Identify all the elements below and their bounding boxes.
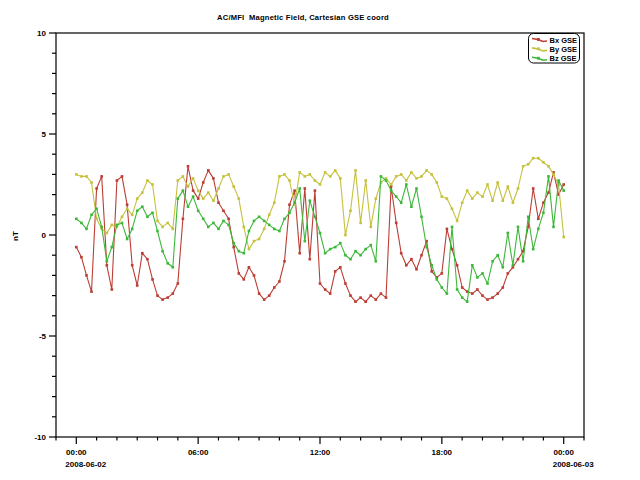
data-point-marker <box>441 195 444 198</box>
data-point-marker <box>385 179 388 182</box>
data-point-marker <box>456 264 459 267</box>
data-point-marker <box>562 236 565 239</box>
data-point-marker <box>547 191 550 194</box>
data-point-marker <box>182 175 185 178</box>
data-point-marker <box>507 185 510 188</box>
data-point-marker <box>502 286 505 289</box>
data-point-marker <box>202 218 205 221</box>
data-point-marker <box>430 270 433 273</box>
x-tick-label: 12:00 <box>310 448 331 457</box>
data-point-marker <box>207 226 210 229</box>
data-point-marker <box>177 179 180 182</box>
data-point-marker <box>395 175 398 178</box>
data-point-marker <box>451 226 454 229</box>
data-point-marker <box>370 244 373 247</box>
data-point-marker <box>304 175 307 178</box>
data-point-marker <box>446 197 449 200</box>
y-axis-ticks: -10-50510 <box>34 29 56 442</box>
data-point-marker <box>80 256 83 259</box>
data-point-marker <box>243 252 246 255</box>
data-point-marker <box>298 171 301 174</box>
data-point-marker <box>187 165 190 168</box>
data-point-marker <box>532 187 535 190</box>
data-point-marker <box>177 197 180 200</box>
x-tick-label: 06:00 <box>188 448 209 457</box>
data-point-marker <box>197 210 200 213</box>
data-point-marker <box>451 248 454 251</box>
data-point-marker <box>496 292 499 295</box>
data-point-marker <box>243 226 246 229</box>
data-point-marker <box>258 292 261 295</box>
data-point-marker <box>111 246 114 249</box>
x-tick-label: 00:00 <box>553 448 574 457</box>
data-point-marker <box>314 216 317 219</box>
data-point-marker <box>400 201 403 204</box>
data-point-marker <box>151 278 154 281</box>
data-point-marker <box>502 266 505 269</box>
series-line <box>76 158 563 249</box>
series-by-gse <box>75 157 565 251</box>
x-axis-ticks: 00:002008-06-0206:0012:0018:0000:002008-… <box>56 437 594 469</box>
data-point-marker <box>85 175 88 178</box>
data-point-marker <box>466 300 469 303</box>
y-tick-label: 10 <box>37 29 46 38</box>
data-point-marker <box>537 218 540 221</box>
data-point-marker <box>486 183 489 186</box>
data-point-marker <box>217 228 220 231</box>
data-point-marker <box>400 173 403 176</box>
data-point-marker <box>420 254 423 257</box>
data-point-marker <box>476 191 479 194</box>
data-point-marker <box>253 220 256 223</box>
data-point-marker <box>461 296 464 299</box>
data-point-marker <box>329 292 332 295</box>
data-point-marker <box>410 205 413 208</box>
data-point-marker <box>370 294 373 297</box>
data-point-marker <box>507 232 510 235</box>
data-point-marker <box>385 296 388 299</box>
data-point-marker <box>354 169 357 172</box>
data-point-marker <box>197 197 200 200</box>
data-point-marker <box>324 171 327 174</box>
data-point-marker <box>557 179 560 182</box>
data-point-marker <box>349 294 352 297</box>
data-point-marker <box>248 230 251 233</box>
data-point-marker <box>552 226 555 229</box>
data-point-marker <box>349 210 352 213</box>
data-point-marker <box>293 201 296 204</box>
data-point-marker <box>156 230 159 233</box>
data-point-marker <box>273 201 276 204</box>
data-point-marker <box>517 226 520 229</box>
data-point-marker <box>187 205 190 208</box>
data-point-marker <box>197 189 200 192</box>
data-point-marker <box>542 161 545 164</box>
legend-item-label: Bz GSE <box>550 54 577 63</box>
data-point-marker <box>339 266 342 269</box>
x-date-label: 2008-06-02 <box>65 460 106 469</box>
data-point-marker <box>126 238 129 241</box>
data-point-marker <box>207 191 210 194</box>
data-point-marker <box>263 228 266 231</box>
data-point-marker <box>471 197 474 200</box>
data-point-marker <box>227 218 230 221</box>
magnetic-field-chart[interactable]: AC/MFI Magnetic Field, Cartesian GSE coo… <box>0 0 640 480</box>
data-point-marker <box>359 254 362 257</box>
data-point-marker <box>283 260 286 263</box>
data-point-marker <box>547 175 550 178</box>
data-point-marker <box>507 272 510 275</box>
data-point-marker <box>172 292 175 295</box>
data-point-marker <box>512 201 515 204</box>
data-point-marker <box>364 248 367 251</box>
data-point-marker <box>370 226 373 229</box>
data-point-marker <box>222 220 225 223</box>
data-point-marker <box>354 300 357 303</box>
data-point-marker <box>522 260 525 263</box>
data-point-marker <box>263 220 266 223</box>
data-point-marker <box>95 207 98 210</box>
data-point-marker <box>121 222 124 225</box>
data-point-marker <box>359 222 362 225</box>
data-point-marker <box>75 218 78 221</box>
data-point-marker <box>532 157 535 160</box>
data-point-marker <box>222 210 225 213</box>
data-point-marker <box>496 254 499 257</box>
data-point-marker <box>364 179 367 182</box>
